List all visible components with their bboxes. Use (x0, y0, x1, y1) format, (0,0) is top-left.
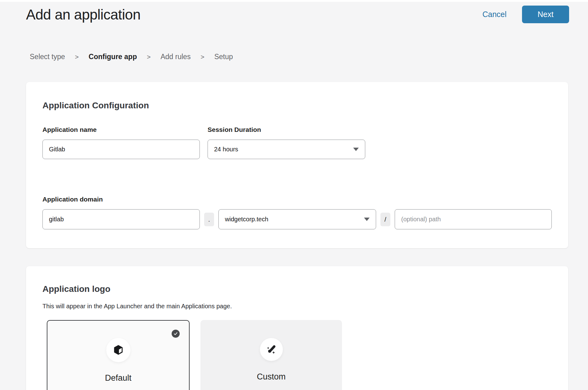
application-logo-card: Application logo This will appear in the… (26, 266, 568, 390)
chevron-down-icon (353, 148, 359, 151)
breadcrumb-separator: > (147, 53, 151, 61)
header-actions: Cancel Next (482, 6, 569, 23)
name-duration-row: Application name Session Duration 24 hou… (42, 126, 552, 159)
dot-separator: . (204, 213, 214, 226)
default-icon-circle (106, 338, 130, 362)
chevron-down-icon (364, 218, 370, 221)
configuration-heading: Application Configuration (42, 101, 552, 110)
application-name-input[interactable] (42, 140, 200, 159)
logo-heading: Application logo (42, 284, 552, 294)
breadcrumb: Select type > Configure app > Add rules … (30, 53, 588, 61)
application-domain-row: . widgetcorp.tech / (42, 209, 552, 229)
path-input[interactable] (395, 209, 552, 229)
logo-description: This will appear in the App Launcher and… (42, 303, 552, 310)
check-icon (173, 332, 178, 336)
application-name-label: Application name (42, 126, 200, 133)
session-duration-field-group: Session Duration 24 hours (208, 126, 365, 159)
logo-option-default[interactable]: Default (47, 320, 190, 390)
application-name-field-group: Application name (42, 126, 200, 159)
breadcrumb-select-type[interactable]: Select type (30, 53, 65, 61)
breadcrumb-separator: > (200, 53, 204, 61)
page-header: Add an application Cancel Next (0, 2, 588, 23)
breadcrumb-separator: > (75, 53, 79, 61)
application-domain-label: Application domain (42, 196, 552, 203)
logo-options: Default Custom (47, 320, 552, 390)
logo-option-custom-label: Custom (257, 372, 286, 382)
session-duration-select[interactable]: 24 hours (208, 140, 365, 159)
selected-badge (172, 330, 180, 338)
domain-select[interactable]: widgetcorp.tech (218, 209, 376, 229)
session-duration-label: Session Duration (208, 126, 365, 133)
slash-separator: / (380, 213, 390, 226)
domain-value: widgetcorp.tech (225, 216, 268, 223)
breadcrumb-setup[interactable]: Setup (214, 53, 233, 61)
cancel-button[interactable]: Cancel (482, 10, 507, 19)
session-duration-value: 24 hours (214, 146, 238, 153)
breadcrumb-configure-app[interactable]: Configure app (89, 53, 137, 61)
page-title: Add an application (26, 6, 141, 23)
custom-icon-circle (260, 338, 283, 361)
application-configuration-card: Application Configuration Application na… (26, 82, 568, 248)
paintbrush-icon (265, 344, 277, 355)
logo-option-custom[interactable]: Custom (200, 320, 342, 390)
breadcrumb-add-rules[interactable]: Add rules (160, 53, 191, 61)
subdomain-input[interactable] (42, 209, 200, 229)
next-button[interactable]: Next (522, 6, 569, 23)
cube-icon (112, 344, 124, 356)
logo-option-default-label: Default (105, 373, 132, 383)
